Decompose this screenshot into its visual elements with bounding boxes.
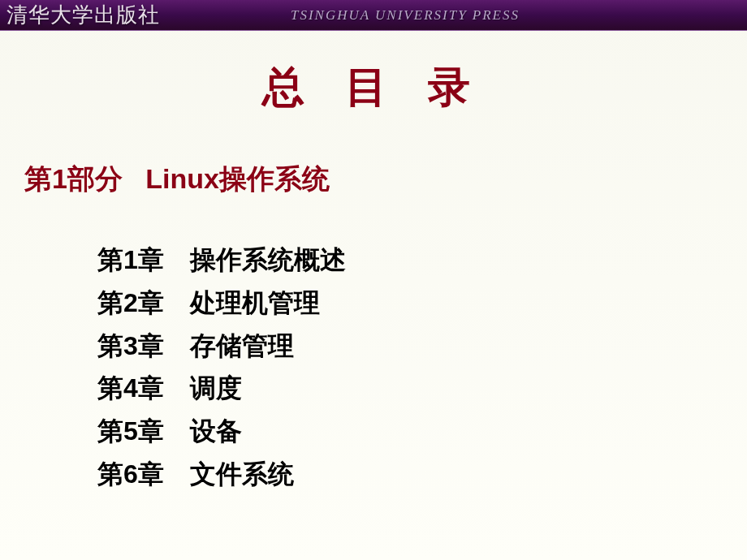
chapter-title: 调度 <box>190 373 242 403</box>
chapter-title: 操作系统概述 <box>190 245 346 274</box>
publisher-name-en: TSINGHUA UNIVERSITY PRESS <box>291 7 739 24</box>
chapter-item: 第1章 操作系统概述 <box>97 239 747 282</box>
chapter-item: 第3章 存储管理 <box>97 325 747 368</box>
part-title: Linux操作系统 <box>145 163 330 194</box>
chapter-item: 第4章 调度 <box>97 367 747 410</box>
chapter-title: 设备 <box>190 416 242 446</box>
chapter-title: 存储管理 <box>190 331 294 360</box>
page-title: 总 目 录 <box>0 59 747 116</box>
chapter-list: 第1章 操作系统概述 第2章 处理机管理 第3章 存储管理 第4章 调度 第5章… <box>97 239 747 496</box>
chapter-label: 第6章 <box>97 453 183 496</box>
part-label: 第1部分 <box>24 163 123 194</box>
chapter-item: 第5章 设备 <box>97 410 747 453</box>
chapter-label: 第5章 <box>97 410 183 453</box>
publisher-name-cn: 清华大学出版社 <box>6 1 160 29</box>
chapter-item: 第2章 处理机管理 <box>97 282 747 325</box>
chapter-title: 文件系统 <box>190 459 294 489</box>
chapter-label: 第3章 <box>97 325 183 368</box>
header-bar: 清华大学出版社 TSINGHUA UNIVERSITY PRESS <box>0 0 747 31</box>
chapter-label: 第2章 <box>97 282 183 325</box>
chapter-title: 处理机管理 <box>190 288 320 317</box>
chapter-label: 第4章 <box>97 367 183 410</box>
chapter-item: 第6章 文件系统 <box>97 453 747 496</box>
section-heading: 第1部分 Linux操作系统 <box>24 161 747 198</box>
chapter-label: 第1章 <box>97 239 183 282</box>
